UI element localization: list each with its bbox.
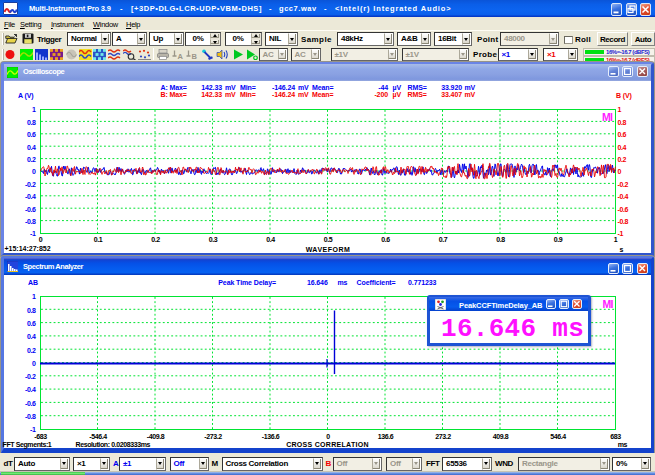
svg-text:A: A bbox=[178, 52, 184, 61]
svg-text:B: B bbox=[192, 52, 198, 61]
